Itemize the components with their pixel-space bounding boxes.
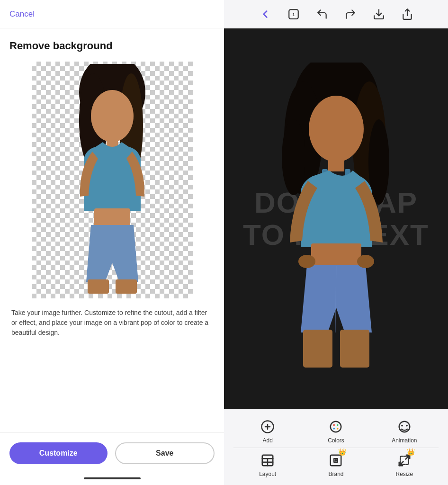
tool-resize[interactable]: 👑 Resize: [388, 452, 421, 477]
palette-icon: [327, 418, 344, 435]
share-button[interactable]: [399, 6, 416, 23]
crown-icon-brand: 👑: [338, 448, 346, 456]
toolbar-row-1: Add Colors: [224, 414, 448, 448]
left-content: Remove background: [0, 28, 224, 432]
top-toolbar: 1: [224, 0, 448, 28]
svg-point-36: [401, 425, 403, 427]
download-button[interactable]: [370, 6, 387, 23]
animation-icon: [396, 418, 413, 435]
undo-button[interactable]: [314, 6, 331, 23]
home-bar: [84, 477, 141, 479]
redo-button[interactable]: [342, 6, 359, 23]
svg-point-34: [337, 428, 339, 430]
svg-point-33: [333, 428, 335, 430]
person-figure-left: [32, 62, 193, 298]
preview-image: [32, 62, 193, 298]
canvas-area[interactable]: DON'T TAP TO FIT TEXT: [224, 28, 448, 409]
svg-point-25: [298, 255, 315, 268]
cancel-button[interactable]: Cancel: [9, 9, 35, 19]
brand-icon: 👑: [327, 452, 344, 469]
tool-colors-label: Colors: [328, 437, 344, 444]
layout-icon: [259, 452, 276, 469]
svg-point-37: [406, 425, 408, 427]
svg-point-26: [357, 255, 374, 268]
svg-point-17: [309, 96, 364, 162]
left-panel: Cancel Remove background: [0, 0, 224, 485]
home-indicator: [0, 474, 224, 485]
svg-rect-5: [94, 208, 130, 227]
tool-layout-label: Layout: [259, 471, 276, 477]
svg-text:1: 1: [292, 12, 295, 17]
svg-point-15: [282, 119, 305, 195]
svg-rect-21: [311, 243, 361, 268]
page-title: Remove background: [9, 40, 215, 52]
tool-colors[interactable]: Colors: [319, 418, 352, 444]
tool-brand-label: Brand: [328, 471, 343, 477]
svg-point-32: [337, 424, 339, 426]
right-panel: 1: [224, 0, 448, 485]
svg-rect-18: [328, 157, 344, 171]
save-button[interactable]: Save: [115, 442, 215, 464]
crown-icon-resize: 👑: [407, 448, 415, 456]
tool-add[interactable]: Add: [251, 418, 284, 444]
description-text: Take your image further. Customize to re…: [9, 308, 215, 338]
svg-rect-23: [303, 330, 332, 368]
svg-rect-6: [88, 279, 109, 294]
plus-circle-icon: [259, 418, 276, 435]
svg-rect-7: [116, 279, 137, 294]
top-bar-left: Cancel: [0, 0, 224, 28]
svg-point-43: [335, 459, 337, 462]
bottom-toolbar: Add Colors: [224, 409, 448, 485]
svg-rect-24: [340, 330, 369, 368]
back-button[interactable]: [257, 6, 274, 23]
customize-button[interactable]: Customize: [9, 442, 108, 464]
tool-animation-label: Animation: [392, 437, 417, 444]
svg-point-30: [331, 422, 341, 432]
toolbar-row-2: Layout 👑 Brand 👑: [224, 448, 448, 481]
tool-animation[interactable]: Animation: [388, 418, 421, 444]
svg-point-31: [333, 424, 335, 426]
tool-brand[interactable]: 👑 Brand: [319, 452, 352, 477]
tool-resize-label: Resize: [395, 471, 413, 477]
person-svg-left: [60, 64, 164, 296]
bottom-actions: Customize Save: [0, 432, 224, 474]
tool-add-label: Add: [262, 437, 272, 444]
layers-button[interactable]: 1: [285, 6, 302, 23]
person-svg-right: [265, 63, 407, 375]
svg-point-3: [91, 90, 134, 142]
resize-icon: 👑: [396, 452, 413, 469]
tool-layout[interactable]: Layout: [251, 452, 284, 477]
